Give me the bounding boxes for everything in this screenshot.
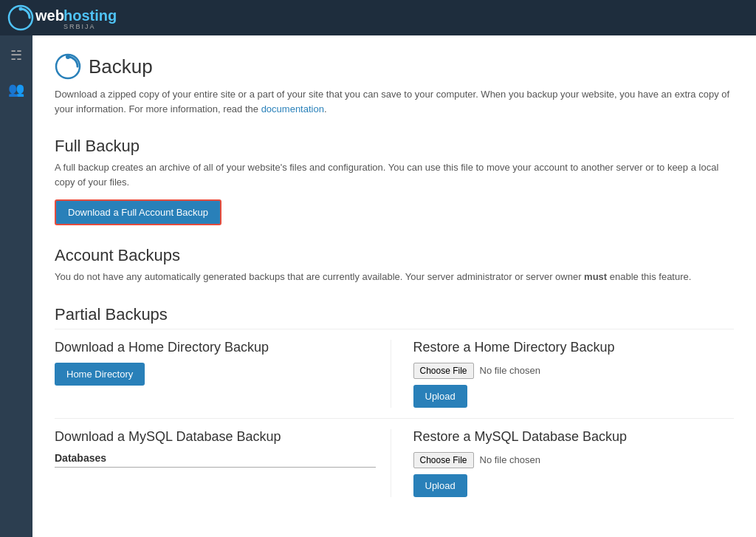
svg-text:SRBIJA: SRBIJA	[63, 23, 96, 30]
home-directory-restore: Restore a Home Directory Backup Choose F…	[391, 340, 735, 408]
home-directory-button[interactable]: Home Directory	[55, 363, 145, 386]
svg-text:web: web	[35, 7, 64, 24]
full-backup-section: Full Backup A full backup creates an arc…	[55, 137, 734, 225]
databases-label: Databases	[55, 452, 376, 468]
full-backup-title: Full Backup	[55, 137, 734, 156]
top-nav: web hosting SRBIJA	[0, 0, 756, 35]
home-directory-restore-title: Restore a Home Directory Backup	[413, 340, 735, 355]
mysql-file-input-row: Choose File No file chosen	[413, 452, 735, 468]
mysql-upload-button[interactable]: Upload	[413, 474, 467, 497]
mysql-row: Download a MySQL Database Backup Databas…	[55, 418, 734, 507]
partial-backups-section: Partial Backups Download a Home Director…	[55, 305, 734, 507]
home-directory-upload-button[interactable]: Upload	[413, 385, 467, 408]
svg-point-1	[19, 7, 23, 11]
mysql-choose-file-button[interactable]: Choose File	[413, 452, 474, 468]
users-icon[interactable]: 👥	[4, 77, 29, 102]
page-title-row: Backup	[55, 53, 734, 80]
home-directory-row: Download a Home Directory Backup Home Di…	[55, 329, 734, 418]
partial-backups-title: Partial Backups	[55, 305, 734, 324]
documentation-link[interactable]: documentation	[261, 103, 324, 114]
full-backup-description: A full backup creates an archive of all …	[55, 160, 734, 189]
mysql-restore-title: Restore a MySQL Database Backup	[413, 429, 735, 445]
mysql-restore: Restore a MySQL Database Backup Choose F…	[391, 429, 735, 497]
account-backups-section: Account Backups You do not have any auto…	[55, 246, 734, 284]
mysql-no-file-text: No file chosen	[480, 454, 540, 465]
svg-point-6	[66, 55, 70, 59]
mysql-download: Download a MySQL Database Backup Databas…	[55, 429, 391, 497]
layout: ☵ 👥 Backup Download a zipped copy of you…	[0, 35, 756, 537]
home-directory-no-file-text: No file chosen	[480, 365, 540, 376]
svg-text:hosting: hosting	[63, 7, 117, 24]
main-content: Backup Download a zipped copy of your en…	[32, 35, 756, 537]
grid-icon[interactable]: ☵	[6, 43, 27, 68]
logo-svg: web hosting SRBIJA	[7, 4, 155, 31]
page-title: Backup	[89, 55, 153, 78]
account-backups-description: You do not have any automatically genera…	[55, 270, 734, 284]
backup-page-icon	[55, 53, 81, 80]
mysql-download-title: Download a MySQL Database Backup	[55, 429, 376, 445]
page-description: Download a zipped copy of your entire si…	[55, 87, 734, 116]
home-directory-download: Download a Home Directory Backup Home Di…	[55, 340, 391, 408]
logo: web hosting SRBIJA	[7, 4, 155, 31]
home-directory-file-input-row: Choose File No file chosen	[413, 363, 735, 379]
download-full-backup-button[interactable]: Download a Full Account Backup	[55, 199, 221, 225]
sidebar: ☵ 👥	[0, 35, 32, 537]
home-directory-download-title: Download a Home Directory Backup	[55, 340, 376, 355]
home-directory-choose-file-button[interactable]: Choose File	[413, 363, 474, 379]
account-backups-title: Account Backups	[55, 246, 734, 265]
